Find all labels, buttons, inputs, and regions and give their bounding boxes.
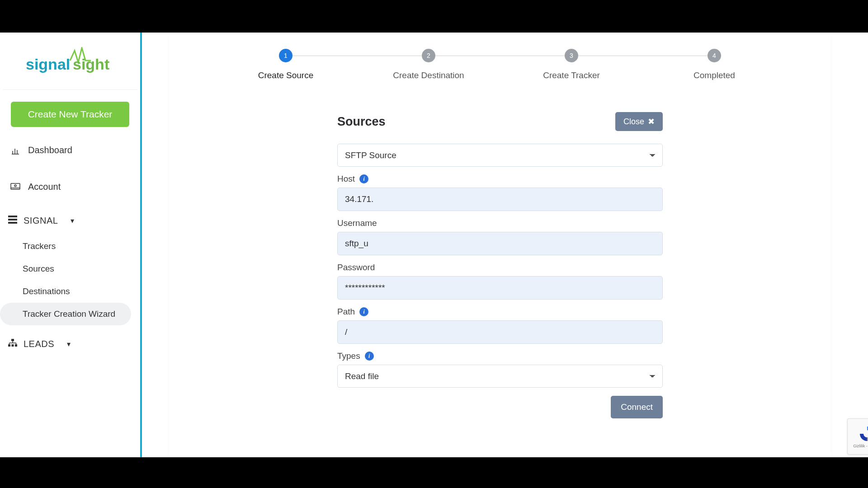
recaptcha-icon [858, 425, 868, 443]
info-icon[interactable]: i [365, 352, 374, 361]
sidebar: signal sight Create New Tracker Dashboar… [0, 33, 142, 457]
chevron-down-icon: ▾ [67, 340, 71, 348]
monitor-icon [10, 183, 21, 191]
close-icon: ✖ [648, 117, 655, 127]
svg-point-8 [14, 185, 16, 187]
types-label: Types [337, 351, 360, 361]
app-shell: signal sight Create New Tracker Dashboar… [0, 33, 868, 457]
host-input[interactable] [337, 188, 663, 211]
source-type-select[interactable]: SFTP Source [337, 144, 663, 167]
sidebar-item-sources[interactable]: Sources [23, 258, 140, 280]
svg-rect-12 [11, 339, 14, 341]
step-connector [435, 56, 565, 56]
step-create-tracker[interactable]: 3 Create Tracker [500, 49, 643, 80]
stack-icon [8, 216, 17, 226]
step-completed[interactable]: 4 Completed [643, 49, 786, 80]
sidebar-item-dashboard[interactable]: Dashboard [0, 138, 140, 163]
close-button-label: Close [623, 117, 644, 127]
step-number: 2 [422, 49, 435, 62]
source-form: Sources Close ✖ SFTP Source Host i [337, 112, 663, 418]
sidebar-item-label: Account [28, 182, 61, 192]
sidebar-section-signal[interactable]: SIGNAL ▾ [0, 211, 140, 230]
info-icon[interactable]: i [359, 307, 368, 316]
sidebar-section-label: LEADS [24, 339, 54, 349]
svg-text:signal: signal [26, 56, 70, 73]
create-new-tracker-button[interactable]: Create New Tracker [11, 102, 129, 127]
sitemap-icon [8, 339, 17, 349]
letterbox-top [0, 0, 868, 33]
username-label: Username [337, 218, 377, 228]
step-label: Create Destination [393, 70, 464, 80]
sidebar-item-destinations[interactable]: Destinations [23, 280, 140, 303]
step-label: Create Source [258, 70, 314, 80]
sidebar-item-trackers[interactable]: Trackers [23, 235, 140, 258]
svg-rect-13 [8, 344, 10, 347]
step-number: 4 [708, 49, 721, 62]
step-connector [578, 56, 708, 56]
step-create-destination[interactable]: 2 Create Destination [357, 49, 500, 80]
signal-subnav: Trackers Sources Destinations Tracker Cr… [0, 235, 140, 325]
svg-rect-10 [8, 219, 17, 221]
info-icon[interactable]: i [359, 174, 368, 183]
sidebar-item-account[interactable]: Account [0, 174, 140, 199]
step-connector [292, 56, 422, 56]
host-label: Host [337, 174, 355, 184]
password-label: Password [337, 263, 375, 272]
form-title: Sources [337, 115, 386, 129]
close-button[interactable]: Close ✖ [615, 112, 663, 131]
path-label: Path [337, 307, 355, 317]
step-number: 3 [565, 49, 578, 62]
main: 1 Create Source 2 Create Destination 3 C… [142, 33, 868, 457]
svg-rect-11 [8, 222, 17, 224]
svg-rect-15 [15, 344, 17, 347]
types-select[interactable]: Read file [337, 365, 663, 388]
svg-text:sight: sight [73, 56, 109, 73]
svg-rect-9 [8, 216, 17, 217]
step-label: Completed [693, 70, 735, 80]
password-input[interactable] [337, 276, 663, 300]
step-label: Create Tracker [543, 70, 600, 80]
brand-logo: signal sight [3, 42, 137, 90]
chart-icon [10, 146, 21, 155]
signalsight-logo-icon: signal sight [20, 47, 120, 75]
recaptcha-badge[interactable]: Gizlilik - Şartlar [847, 418, 868, 455]
chevron-down-icon: ▾ [71, 216, 75, 225]
path-input[interactable] [337, 320, 663, 344]
stepper: 1 Create Source 2 Create Destination 3 C… [214, 49, 786, 80]
content-panel: 1 Create Source 2 Create Destination 3 C… [169, 33, 831, 457]
sidebar-item-label: Dashboard [28, 145, 72, 155]
sidebar-section-label: SIGNAL [24, 216, 58, 226]
step-create-source[interactable]: 1 Create Source [214, 49, 357, 80]
svg-rect-14 [12, 344, 14, 347]
username-input[interactable] [337, 232, 663, 255]
sidebar-item-tracker-creation-wizard[interactable]: Tracker Creation Wizard [0, 303, 131, 325]
recaptcha-text: Gizlilik - Şartlar [853, 444, 868, 448]
sidebar-section-leads[interactable]: LEADS ▾ [0, 334, 140, 354]
step-number: 1 [279, 49, 292, 62]
connect-button[interactable]: Connect [611, 396, 663, 418]
letterbox-bottom [0, 457, 868, 488]
